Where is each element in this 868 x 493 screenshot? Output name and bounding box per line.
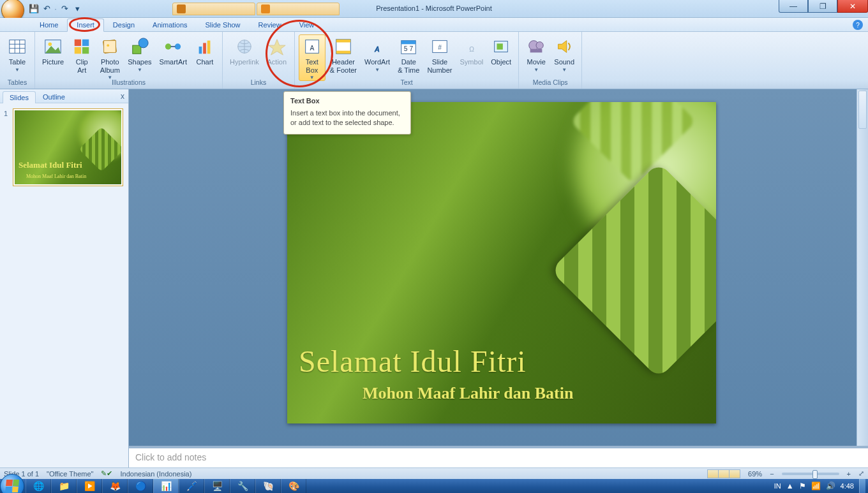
sound-button[interactable]: Sound▼: [551, 34, 578, 73]
tray-lang[interactable]: IN: [774, 482, 781, 490]
headerfooter-button[interactable]: Header & Footer: [327, 34, 360, 75]
svg-point-6: [49, 42, 52, 46]
fit-to-window-button[interactable]: ⤢: [858, 469, 864, 478]
scroll-thumb[interactable]: [858, 91, 867, 129]
tray-volume-icon[interactable]: 🔊: [826, 482, 835, 490]
object-button[interactable]: Object: [488, 34, 514, 67]
qat-sep: ·: [54, 3, 57, 15]
group-label: Media Clips: [533, 78, 568, 87]
show-desktop-button[interactable]: [859, 479, 865, 493]
tab-design[interactable]: Design: [104, 19, 144, 31]
chart-button[interactable]: Chart: [191, 34, 218, 67]
svg-point-13: [107, 44, 110, 47]
datetime-button[interactable]: 5 7Date & Time: [394, 34, 423, 75]
slides-pane-tabs: Slides Outline x: [0, 89, 128, 103]
hyperlink-button[interactable]: Hyperlink: [227, 34, 262, 67]
slidenumber-button[interactable]: #Slide Number: [424, 34, 455, 75]
zoom-out-button[interactable]: −: [770, 470, 774, 478]
tab-slides[interactable]: Slides: [3, 91, 36, 103]
taskbar-app-icon[interactable]: 🖥️: [204, 479, 230, 493]
thumb-title: Selamat Idul Fitri: [19, 160, 82, 170]
title-bar: 💾 ↶ · ↷ ▾ Presentation1 - Microsoft Powe…: [0, 0, 868, 18]
window-buttons: — ❐ ✕: [779, 0, 868, 13]
view-normal-button[interactable]: [707, 469, 719, 478]
browser-tab[interactable]: [257, 3, 340, 15]
taskbar-powerpoint-icon[interactable]: 📊: [153, 479, 179, 493]
qat-more-icon[interactable]: ▾: [71, 3, 83, 15]
taskbar-app-icon[interactable]: 🔧: [230, 479, 255, 493]
zoom-slider[interactable]: [782, 473, 839, 475]
textbox-icon: A: [302, 36, 322, 57]
tray-flag-icon[interactable]: ⚑: [799, 482, 806, 490]
zoom-percent[interactable]: 69%: [748, 470, 762, 478]
minimize-button[interactable]: —: [779, 0, 808, 13]
tab-animations[interactable]: Animations: [144, 19, 196, 31]
wordart-button[interactable]: AWordArt▼: [361, 34, 393, 73]
taskbar-explorer-icon[interactable]: 📁: [51, 479, 77, 493]
zoom-in-button[interactable]: +: [847, 470, 851, 478]
taskbar-media-icon[interactable]: ▶️: [77, 479, 102, 493]
ribbon: Table▼ Tables Picture Clip Art Photo Alb…: [0, 32, 868, 89]
tab-home[interactable]: Home: [31, 19, 67, 31]
taskbar-chrome-icon[interactable]: 🔵: [128, 479, 153, 493]
table-button[interactable]: Table▼: [4, 34, 31, 73]
taskbar-ie-icon[interactable]: 🌐: [26, 479, 51, 493]
textbox-button[interactable]: AText Box▼: [299, 34, 326, 81]
tray-up-icon[interactable]: ▲: [786, 482, 794, 490]
start-button[interactable]: [0, 474, 24, 493]
picture-button[interactable]: Picture: [39, 34, 67, 67]
tray-clock[interactable]: 4:48: [841, 482, 854, 490]
tab-insert[interactable]: Insert: [67, 18, 104, 32]
slide[interactable]: Selamat Idul Fitri Mohon Maaf Lahir dan …: [287, 102, 716, 423]
wordart-icon: A: [367, 36, 387, 57]
view-slideshow-button[interactable]: [729, 469, 740, 478]
close-pane-icon[interactable]: x: [121, 92, 124, 101]
vertical-scrollbar[interactable]: [857, 89, 868, 446]
maximize-button[interactable]: ❐: [808, 0, 837, 13]
clipart-button[interactable]: Clip Art: [68, 34, 95, 75]
qat-redo-icon[interactable]: ↷: [59, 3, 70, 15]
tray-network-icon[interactable]: 📶: [811, 482, 821, 490]
slide-canvas-area[interactable]: Selamat Idul Fitri Mohon Maaf Lahir dan …: [129, 89, 868, 467]
symbol-button[interactable]: ΩSymbol: [457, 34, 487, 67]
movie-button[interactable]: Movie▼: [523, 34, 550, 73]
picture-icon: [43, 36, 63, 57]
close-button[interactable]: ✕: [837, 0, 868, 13]
svg-point-37: [536, 42, 543, 49]
spellcheck-icon[interactable]: ✎✔: [101, 469, 112, 478]
svg-rect-25: [336, 40, 351, 43]
group-illustrations: Picture Clip Art Photo Album▼ Shapes▼ Sm…: [35, 32, 223, 89]
quick-access-toolbar: 💾 ↶ · ↷ ▾: [28, 3, 83, 15]
taskbar-paint-icon[interactable]: 🎨: [281, 479, 306, 493]
svg-point-15: [138, 38, 148, 48]
taskbar-app-icon[interactable]: 🐚: [255, 479, 281, 493]
slide-thumbnail[interactable]: Selamat Idul Fitri Mohon Maaf Lahir dan …: [13, 108, 123, 186]
status-theme: "Office Theme": [47, 470, 93, 478]
tab-review[interactable]: Review: [250, 19, 290, 31]
photoalbum-button[interactable]: Photo Album▼: [96, 34, 123, 81]
taskbar-app-icon[interactable]: 🖊️: [179, 479, 204, 493]
action-button[interactable]: Action: [264, 34, 290, 67]
group-label: Links: [251, 78, 267, 87]
thumbnail-list: 1 Selamat Idul Fitri Mohon Maaf Lahir da…: [0, 103, 128, 191]
shapes-button[interactable]: Shapes▼: [124, 34, 154, 73]
tab-view[interactable]: View: [290, 19, 324, 31]
group-tables: Table▼ Tables: [0, 32, 35, 89]
smartart-button[interactable]: SmartArt: [156, 34, 190, 67]
group-label: Tables: [8, 78, 27, 87]
slide-title: Selamat Idul Fitri: [299, 344, 527, 379]
svg-rect-26: [336, 51, 351, 54]
qat-undo-icon[interactable]: ↶: [41, 3, 52, 15]
browser-tab[interactable]: [172, 3, 255, 15]
tab-outline[interactable]: Outline: [36, 91, 72, 103]
notes-pane[interactable]: Click to add notes: [129, 446, 868, 467]
background-browser-tabs: [172, 3, 340, 15]
help-icon[interactable]: ?: [853, 20, 863, 30]
status-language[interactable]: Indonesian (Indonesia): [120, 470, 191, 478]
taskbar-firefox-icon[interactable]: 🦊: [102, 479, 128, 493]
group-mediaclips: Movie▼ Sound▼ Media Clips: [519, 32, 582, 89]
qat-save-icon[interactable]: 💾: [28, 3, 40, 15]
tab-slideshow[interactable]: Slide Show: [197, 19, 250, 31]
favicon-icon: [177, 4, 186, 13]
view-sorter-button[interactable]: [718, 469, 730, 478]
